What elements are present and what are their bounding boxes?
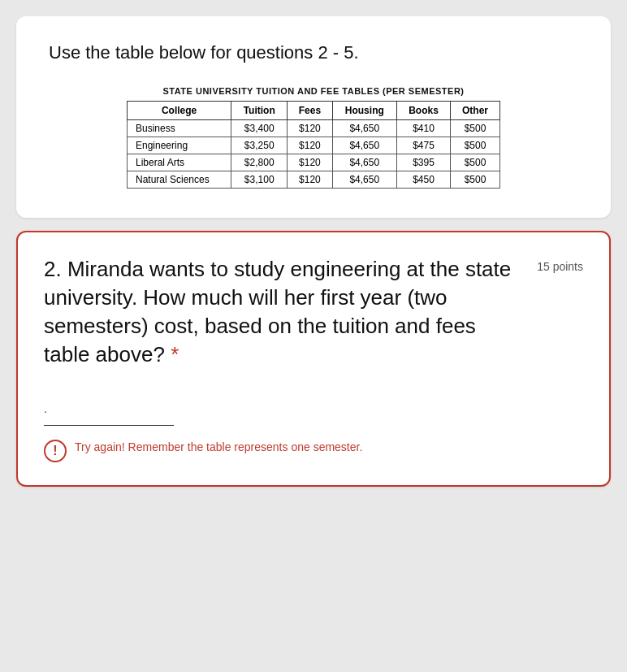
table-cell: $475 — [396, 137, 450, 154]
table-cell: $120 — [288, 154, 333, 171]
table-cell: Business — [128, 120, 231, 137]
table-body: Business$3,400$120$4,650$410$500Engineer… — [128, 120, 500, 189]
answer-area: . — [44, 401, 583, 426]
exclamation-icon: ! — [53, 444, 57, 457]
col-header-books: Books — [396, 102, 450, 120]
page-container: Use the table below for questions 2 - 5.… — [16, 16, 611, 487]
points-badge: 15 points — [537, 260, 583, 273]
table-cell: $4,650 — [332, 120, 396, 137]
table-row: Engineering$3,250$120$4,650$475$500 — [128, 137, 500, 154]
table-cell: $395 — [396, 154, 450, 171]
col-header-fees: Fees — [288, 102, 333, 120]
feedback-icon: ! — [44, 440, 67, 462]
col-header-college: College — [128, 102, 231, 120]
table-cell: $500 — [451, 171, 500, 189]
table-cell: $120 — [288, 137, 333, 154]
col-header-tuition: Tuition — [231, 102, 288, 120]
question-header: 2. Miranda wants to study engineering at… — [44, 255, 583, 369]
required-star: * — [171, 342, 179, 366]
table-cell: $4,650 — [332, 171, 396, 189]
table-cell: $500 — [451, 120, 500, 137]
table-row: Liberal Arts$2,800$120$4,650$395$500 — [128, 154, 500, 171]
col-header-other: Other — [451, 102, 500, 120]
table-cell: $120 — [288, 171, 333, 189]
feedback-text: Try again! Remember the table represents… — [75, 439, 362, 456]
table-cell: $3,250 — [231, 137, 288, 154]
feedback-row: ! Try again! Remember the table represen… — [44, 439, 583, 462]
answer-line — [44, 419, 174, 426]
data-table: College Tuition Fees Housing Books Other… — [127, 101, 500, 189]
instruction-text: Use the table below for questions 2 - 5. — [49, 42, 578, 63]
question-card: 2. Miranda wants to study engineering at… — [16, 231, 611, 487]
table-cell: $2,800 — [231, 154, 288, 171]
table-cell: $450 — [396, 171, 450, 189]
question-text: 2. Miranda wants to study engineering at… — [44, 255, 524, 369]
answer-dot: . — [44, 402, 47, 415]
table-cell: $3,100 — [231, 171, 288, 189]
question-body: Miranda wants to study engineering at th… — [44, 257, 511, 366]
table-row: Business$3,400$120$4,650$410$500 — [128, 120, 500, 137]
table-cell: $4,650 — [332, 137, 396, 154]
table-cell: $4,650 — [332, 154, 396, 171]
table-wrapper: STATE UNIVERSITY TUITION AND FEE TABLES … — [49, 86, 578, 189]
table-title: STATE UNIVERSITY TUITION AND FEE TABLES … — [162, 86, 464, 96]
table-cell: $3,400 — [231, 120, 288, 137]
table-cell: Engineering — [128, 137, 231, 154]
col-header-housing: Housing — [332, 102, 396, 120]
table-header-row: College Tuition Fees Housing Books Other — [128, 102, 500, 120]
table-cell: Natural Sciences — [128, 171, 231, 189]
table-cell: $500 — [451, 137, 500, 154]
question-number: 2. — [44, 257, 62, 281]
table-cell: Liberal Arts — [128, 154, 231, 171]
table-cell: $120 — [288, 120, 333, 137]
top-card: Use the table below for questions 2 - 5.… — [16, 16, 611, 218]
table-cell: $500 — [451, 154, 500, 171]
table-cell: $410 — [396, 120, 450, 137]
table-row: Natural Sciences$3,100$120$4,650$450$500 — [128, 171, 500, 189]
